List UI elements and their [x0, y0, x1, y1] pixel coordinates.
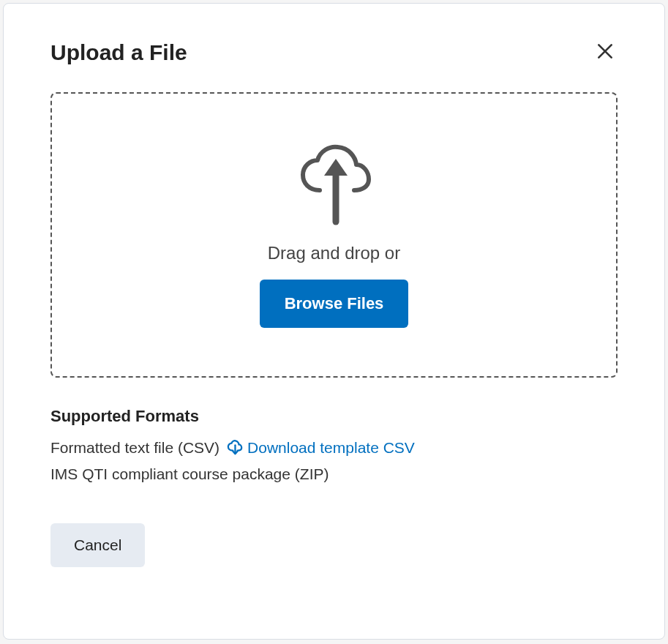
download-icon [227, 440, 243, 456]
supported-formats-heading: Supported Formats [50, 407, 618, 426]
format-zip-text: IMS QTI compliant course package (ZIP) [50, 461, 329, 487]
supported-formats-section: Supported Formats Formatted text file (C… [50, 407, 618, 487]
upload-file-dialog: Upload a File Drag and drop or Browse Fi… [3, 3, 665, 640]
svg-marker-3 [324, 159, 348, 176]
cancel-button[interactable]: Cancel [50, 523, 145, 567]
dialog-title: Upload a File [50, 40, 187, 65]
dialog-header: Upload a File [50, 39, 618, 66]
browse-files-button[interactable]: Browse Files [260, 280, 409, 328]
drag-drop-text: Drag and drop or [268, 243, 400, 263]
download-template-link[interactable]: Download template CSV [227, 435, 415, 461]
format-csv-text: Formatted text file (CSV) [50, 435, 219, 461]
format-zip-line: IMS QTI compliant course package (ZIP) [50, 461, 618, 487]
format-csv-line: Formatted text file (CSV) Download templ… [50, 435, 618, 461]
close-button[interactable] [593, 39, 618, 66]
cloud-upload-icon [294, 143, 375, 227]
close-icon [596, 42, 615, 63]
download-template-label: Download template CSV [247, 435, 415, 461]
dropzone[interactable]: Drag and drop or Browse Files [50, 92, 618, 378]
